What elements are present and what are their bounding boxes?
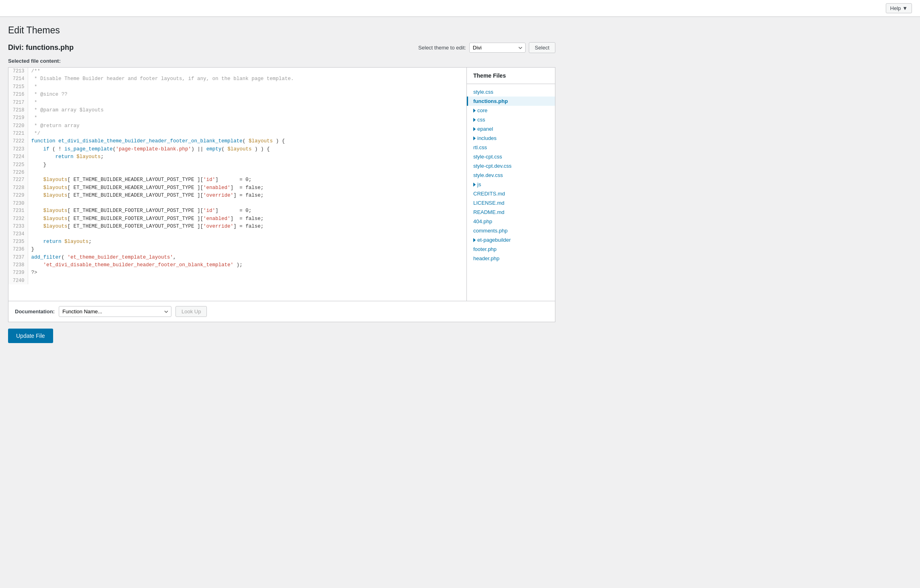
sidebar-item-license-md[interactable]: LICENSE.md [467, 198, 555, 208]
code-table: 7213 /** 7214 * Disable Theme Builder he… [8, 68, 466, 284]
sidebar-item-header-php[interactable]: header.php [467, 254, 555, 263]
line-code: return $layouts; [28, 238, 466, 246]
sidebar-item-footer-php[interactable]: footer.php [467, 245, 555, 254]
table-row: 7217 * [8, 99, 466, 107]
lookup-button[interactable]: Look Up [175, 306, 207, 317]
table-row: 7220 * @return array [8, 122, 466, 130]
line-code: * [28, 114, 466, 122]
selected-file-label: Selected file content: [8, 58, 555, 64]
table-row: 7224 return $layouts; [8, 153, 466, 161]
line-number: 7214 [8, 75, 28, 83]
sidebar-item-readme-md[interactable]: README.md [467, 208, 555, 217]
help-button[interactable]: Help ▼ [886, 3, 912, 13]
line-number: 7231 [8, 207, 28, 215]
sidebar-item-core[interactable]: core [467, 106, 555, 115]
editor-layout: 7213 /** 7214 * Disable Theme Builder he… [8, 67, 555, 301]
table-row: 7228 $layouts[ ET_THEME_BUILDER_HEADER_L… [8, 184, 466, 192]
sidebar-item-functions-php[interactable]: functions.php [467, 97, 555, 106]
sidebar-item-includes[interactable]: includes [467, 134, 555, 143]
line-number: 7228 [8, 184, 28, 192]
line-code: 'et_divi_disable_theme_builder_header_fo… [28, 261, 466, 269]
table-row: 7231 $layouts[ ET_THEME_BUILDER_FOOTER_L… [8, 207, 466, 215]
table-row: 7226 [8, 169, 466, 177]
sidebar-title: Theme Files [467, 72, 555, 84]
sidebar-item-style-css[interactable]: style.css [467, 87, 555, 97]
table-row: 7239 ?> [8, 269, 466, 277]
line-number: 7220 [8, 122, 28, 130]
table-row: 7238 'et_divi_disable_theme_builder_head… [8, 261, 466, 269]
line-code: add_filter( 'et_theme_builder_template_l… [28, 254, 466, 261]
documentation-select[interactable]: Function Name... [59, 306, 171, 317]
table-row: 7240 [8, 277, 466, 285]
table-row: 7225 } [8, 161, 466, 169]
header-row: Divi: functions.php Select theme to edit… [8, 42, 555, 53]
line-code: $layouts[ ET_THEME_BUILDER_HEADER_LAYOUT… [28, 184, 466, 192]
main-wrap: Edit Themes Divi: functions.php Select t… [0, 17, 563, 351]
top-bar: Help ▼ [0, 0, 920, 17]
line-code: } [28, 161, 466, 169]
file-title: Divi: functions.php [8, 43, 74, 52]
table-row: 7215 * [8, 83, 466, 91]
line-number: 7221 [8, 130, 28, 138]
line-number: 7217 [8, 99, 28, 107]
table-row: 7222 function et_divi_disable_theme_buil… [8, 138, 466, 145]
folder-arrow-icon [473, 136, 476, 140]
sidebar-item-style-cpt-dev-css[interactable]: style-cpt.dev.css [467, 161, 555, 171]
sidebar-item-js[interactable]: js [467, 180, 555, 189]
line-code [28, 200, 466, 208]
table-row: 7235 return $layouts; [8, 238, 466, 246]
folder-arrow-icon [473, 238, 476, 242]
line-code: if ( ! is_page_template('page-template-b… [28, 146, 466, 153]
update-file-button[interactable]: Update File [8, 329, 53, 343]
sidebar-item-credits-md[interactable]: CREDITS.md [467, 189, 555, 198]
table-row: 7232 $layouts[ ET_THEME_BUILDER_FOOTER_L… [8, 215, 466, 223]
line-number: 7234 [8, 230, 28, 238]
line-number: 7229 [8, 192, 28, 199]
line-code: $layouts[ ET_THEME_BUILDER_FOOTER_LAYOUT… [28, 215, 466, 223]
line-code [28, 277, 466, 285]
sidebar-item-et-pagebuilder[interactable]: et-pagebuilder [467, 235, 555, 245]
table-row: 7229 $layouts[ ET_THEME_BUILDER_HEADER_L… [8, 192, 466, 199]
select-theme-button[interactable]: Select [529, 42, 555, 53]
line-number: 7232 [8, 215, 28, 223]
sidebar-item-comments-php[interactable]: comments.php [467, 226, 555, 235]
table-row: 7214 * Disable Theme Builder header and … [8, 75, 466, 83]
line-number: 7239 [8, 269, 28, 277]
theme-select-dropdown[interactable]: Divi Divi Child Twenty Twenty [469, 43, 526, 53]
sidebar-item-css[interactable]: css [467, 115, 555, 124]
line-code: */ [28, 130, 466, 138]
table-row: 7236 } [8, 246, 466, 253]
line-number: 7236 [8, 246, 28, 253]
line-code: * @param array $layouts [28, 107, 466, 114]
line-code: $layouts[ ET_THEME_BUILDER_FOOTER_LAYOUT… [28, 207, 466, 215]
line-number: 7222 [8, 138, 28, 145]
table-row: 7218 * @param array $layouts [8, 107, 466, 114]
sidebar-item-style-dev-css[interactable]: style.dev.css [467, 171, 555, 180]
table-row: 7219 * [8, 114, 466, 122]
line-number: 7227 [8, 176, 28, 184]
line-number: 7219 [8, 114, 28, 122]
line-number: 7213 [8, 68, 28, 75]
table-row: 7234 [8, 230, 466, 238]
table-row: 7223 if ( ! is_page_template('page-templ… [8, 146, 466, 153]
code-editor[interactable]: 7213 /** 7214 * Disable Theme Builder he… [8, 68, 466, 301]
line-number: 7218 [8, 107, 28, 114]
sidebar-item-404-php[interactable]: 404.php [467, 217, 555, 226]
sidebar-item-style-cpt-css[interactable]: style-cpt.css [467, 152, 555, 161]
sidebar-item-rtl-css[interactable]: rtl.css [467, 143, 555, 152]
line-number: 7225 [8, 161, 28, 169]
line-code [28, 169, 466, 177]
line-code: /** [28, 68, 466, 75]
folder-arrow-icon [473, 118, 476, 122]
line-code: $layouts[ ET_THEME_BUILDER_FOOTER_LAYOUT… [28, 223, 466, 230]
sidebar-item-epanel[interactable]: epanel [467, 124, 555, 134]
line-number: 7240 [8, 277, 28, 285]
line-number: 7233 [8, 223, 28, 230]
line-number: 7237 [8, 254, 28, 261]
line-code: * @return array [28, 122, 466, 130]
documentation-label: Documentation: [15, 308, 55, 315]
line-code: $layouts[ ET_THEME_BUILDER_HEADER_LAYOUT… [28, 192, 466, 199]
folder-arrow-icon [473, 183, 476, 187]
line-number: 7238 [8, 261, 28, 269]
line-code: $layouts[ ET_THEME_BUILDER_HEADER_LAYOUT… [28, 176, 466, 184]
